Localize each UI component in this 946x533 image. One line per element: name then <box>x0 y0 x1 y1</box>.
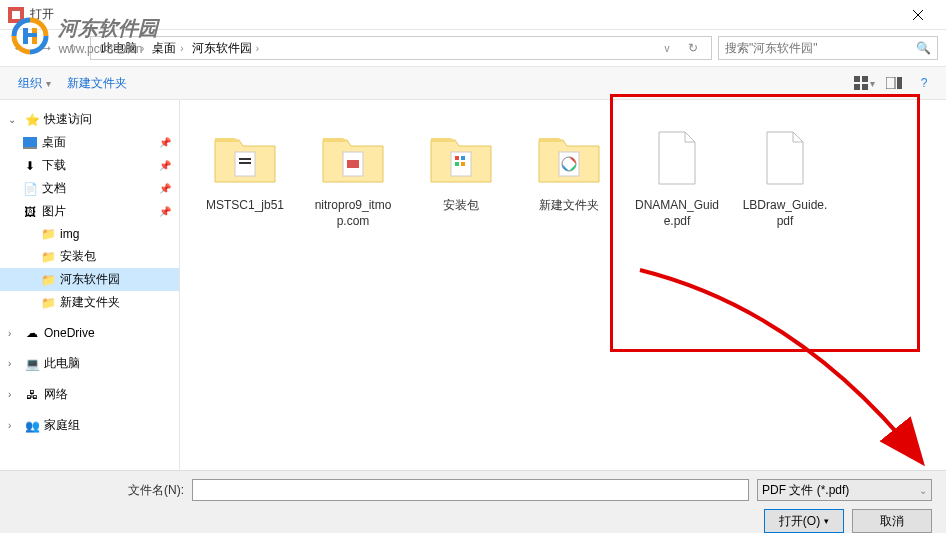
titlebar: 打开 <box>0 0 946 30</box>
svg-rect-10 <box>23 137 37 147</box>
search-box[interactable]: 🔍 <box>718 36 938 60</box>
refresh-icon[interactable]: ↻ <box>681 36 705 60</box>
pin-icon: 📌 <box>159 160 171 171</box>
dialog-footer: 文件名(N): PDF 文件 (*.pdf)⌄ 打开(O) ▾ 取消 <box>0 470 946 533</box>
breadcrumb-dropdown-icon[interactable]: v <box>655 36 679 60</box>
sidebar-item-img[interactable]: 📁img <box>0 223 179 245</box>
filename-input[interactable] <box>192 479 749 501</box>
sidebar-item-downloads[interactable]: ⬇下载📌 <box>0 154 179 177</box>
breadcrumb[interactable]: 此电脑› 桌面› 河东软件园› v ↻ <box>90 36 712 60</box>
sidebar-item-newfolder[interactable]: 📁新建文件夹 <box>0 291 179 314</box>
file-label: LBDraw_Guide.pdf <box>742 198 828 229</box>
svg-rect-18 <box>455 156 459 160</box>
sidebar-item-documents[interactable]: 📄文档📌 <box>0 177 179 200</box>
svg-rect-13 <box>239 158 251 160</box>
pictures-icon: 🖼 <box>22 204 38 220</box>
main-area: ⌄⭐快速访问 桌面📌 ⬇下载📌 📄文档📌 🖼图片📌 📁img 📁安装包 📁河东软… <box>0 100 946 470</box>
file-label: MSTSC1_jb51 <box>206 198 284 214</box>
sidebar-item-pictures[interactable]: 🖼图片📌 <box>0 200 179 223</box>
close-button[interactable] <box>898 1 938 29</box>
sidebar-item-thispc[interactable]: ›💻此电脑 <box>0 352 179 375</box>
download-icon: ⬇ <box>22 158 38 174</box>
file-label: 安装包 <box>443 198 479 214</box>
help-icon[interactable]: ? <box>912 72 936 94</box>
document-icon: 📄 <box>22 181 38 197</box>
svg-rect-4 <box>854 76 860 82</box>
svg-rect-11 <box>23 147 37 149</box>
svg-rect-21 <box>461 162 465 166</box>
svg-rect-6 <box>854 84 860 90</box>
file-label: nitropro9_itmop.com <box>310 198 396 229</box>
folder-icon: 📁 <box>40 226 56 242</box>
window-title: 打开 <box>30 6 898 23</box>
svg-rect-9 <box>897 77 902 89</box>
breadcrumb-seg-desktop[interactable]: 桌面› <box>148 40 187 57</box>
open-button[interactable]: 打开(O) ▾ <box>764 509 844 533</box>
file-label: DNAMAN_Guide.pdf <box>634 198 720 229</box>
sidebar-item-quickaccess[interactable]: ⌄⭐快速访问 <box>0 108 179 131</box>
file-item-pdf[interactable]: LBDraw_Guide.pdf <box>736 116 834 235</box>
file-item-folder[interactable]: 安装包 <box>412 116 510 235</box>
split-chevron-icon: ▾ <box>824 516 829 526</box>
view-options-icon[interactable]: ▾ <box>852 72 876 94</box>
chevron-down-icon: ⌄ <box>919 485 927 496</box>
filename-label: 文件名(N): <box>14 482 184 499</box>
file-item-pdf[interactable]: DNAMAN_Guide.pdf <box>628 116 726 235</box>
forward-button[interactable]: → <box>34 36 58 60</box>
file-label: 新建文件夹 <box>539 198 599 214</box>
star-icon: ⭐ <box>24 112 40 128</box>
sidebar-item-install[interactable]: 📁安装包 <box>0 245 179 268</box>
desktop-icon <box>22 135 38 151</box>
app-icon <box>8 7 24 23</box>
homegroup-icon: 👥 <box>24 418 40 434</box>
file-item-folder[interactable]: MSTSC1_jb51 <box>196 116 294 235</box>
organize-button[interactable]: 组织 ▾ <box>10 71 59 96</box>
file-list[interactable]: MSTSC1_jb51 nitropro9_itmop.com 安装包 新建文件… <box>180 100 946 470</box>
address-bar: ← → ↑ 此电脑› 桌面› 河东软件园› v ↻ 🔍 <box>0 30 946 66</box>
sidebar-item-onedrive[interactable]: ›☁OneDrive <box>0 322 179 344</box>
svg-rect-5 <box>862 76 868 82</box>
svg-rect-7 <box>862 84 868 90</box>
network-icon: 🖧 <box>24 387 40 403</box>
file-item-folder[interactable]: nitropro9_itmop.com <box>304 116 402 235</box>
back-button[interactable]: ← <box>8 36 32 60</box>
file-item-folder[interactable]: 新建文件夹 <box>520 116 618 235</box>
cancel-button[interactable]: 取消 <box>852 509 932 533</box>
filetype-select[interactable]: PDF 文件 (*.pdf)⌄ <box>757 479 932 501</box>
cloud-icon: ☁ <box>24 325 40 341</box>
breadcrumb-seg-thispc[interactable]: 此电脑› <box>97 40 148 57</box>
svg-rect-20 <box>455 162 459 166</box>
breadcrumb-seg-current[interactable]: 河东软件园› <box>188 40 263 57</box>
sidebar: ⌄⭐快速访问 桌面📌 ⬇下载📌 📄文档📌 🖼图片📌 📁img 📁安装包 📁河东软… <box>0 100 180 470</box>
folder-icon: 📁 <box>40 249 56 265</box>
pin-icon: 📌 <box>159 206 171 217</box>
up-button[interactable]: ↑ <box>60 36 84 60</box>
computer-icon: 💻 <box>24 356 40 372</box>
search-input[interactable] <box>725 41 916 55</box>
pin-icon: 📌 <box>159 183 171 194</box>
sidebar-item-hedong[interactable]: 📁河东软件园 <box>0 268 179 291</box>
svg-rect-8 <box>886 77 895 89</box>
preview-pane-icon[interactable] <box>882 72 906 94</box>
folder-icon: 📁 <box>40 295 56 311</box>
sidebar-item-desktop[interactable]: 桌面📌 <box>0 131 179 154</box>
sidebar-item-network[interactable]: ›🖧网络 <box>0 383 179 406</box>
svg-rect-19 <box>461 156 465 160</box>
folder-icon: 📁 <box>40 272 56 288</box>
search-icon[interactable]: 🔍 <box>916 41 931 55</box>
toolbar: 组织 ▾ 新建文件夹 ▾ ? <box>0 66 946 100</box>
annotation-arrow <box>620 250 940 480</box>
sidebar-item-homegroup[interactable]: ›👥家庭组 <box>0 414 179 437</box>
svg-rect-16 <box>347 160 359 168</box>
chevron-down-icon: ▾ <box>46 78 51 89</box>
svg-rect-14 <box>239 162 251 164</box>
pin-icon: 📌 <box>159 137 171 148</box>
new-folder-button[interactable]: 新建文件夹 <box>59 71 135 96</box>
